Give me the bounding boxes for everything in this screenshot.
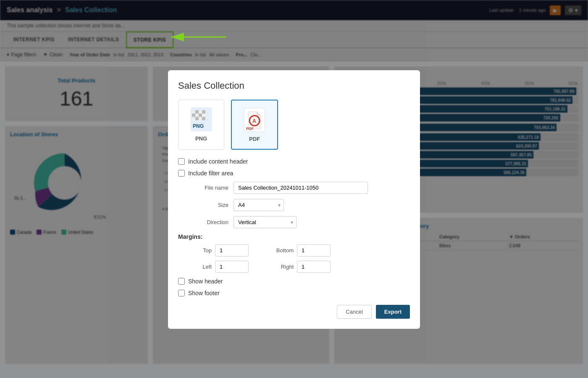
margin-left-field: Left	[191, 261, 268, 273]
png-icon: PNG	[189, 107, 214, 132]
include-filter-area-checkbox[interactable]	[178, 170, 185, 177]
direction-select[interactable]: Vertical Horizontal	[234, 216, 297, 228]
margin-left-label: Left	[191, 264, 212, 270]
include-filter-area-row: Include filter area	[178, 170, 410, 177]
show-footer-label[interactable]: Show footer	[188, 290, 220, 296]
svg-rect-27	[195, 114, 199, 117]
green-arrow-annotation	[159, 24, 243, 50]
pdf-label: PDF	[249, 136, 260, 142]
modal-title: Sales Collection	[178, 80, 410, 91]
svg-text:PNG: PNG	[193, 123, 204, 129]
direction-select-wrapper: Vertical Horizontal	[234, 216, 297, 228]
show-footer-row: Show footer	[178, 290, 410, 296]
format-options: PNG PNG A PDF PDF	[178, 100, 410, 150]
show-header-checkbox[interactable]	[178, 278, 185, 285]
include-content-header-label[interactable]: Include content header	[188, 158, 248, 165]
svg-rect-28	[199, 114, 202, 117]
margin-right-field: Right	[273, 261, 350, 273]
direction-label: Direction	[178, 219, 228, 225]
svg-rect-29	[202, 114, 205, 117]
file-name-input[interactable]	[234, 182, 368, 194]
direction-row: Direction Vertical Horizontal	[178, 216, 410, 228]
margin-left-input[interactable]	[215, 261, 249, 273]
size-label: Size	[178, 202, 228, 208]
size-row: Size A4 A3 Letter Legal	[178, 199, 410, 211]
show-footer-checkbox[interactable]	[178, 290, 185, 296]
format-png[interactable]: PNG PNG	[178, 100, 224, 150]
margins-label: Margins:	[178, 233, 410, 240]
svg-rect-31	[195, 117, 199, 120]
margin-bottom-label: Bottom	[273, 247, 294, 254]
svg-rect-22	[192, 110, 195, 114]
show-header-label[interactable]: Show header	[188, 278, 223, 285]
margin-right-label: Right	[273, 264, 294, 270]
svg-rect-33	[202, 117, 205, 120]
file-name-row: File name	[178, 182, 410, 194]
svg-rect-25	[202, 110, 205, 114]
format-pdf[interactable]: A PDF PDF	[231, 100, 278, 150]
svg-rect-32	[199, 117, 202, 120]
margins-section: Margins: Top Bottom Left Right	[178, 233, 410, 273]
modal-overlay: Export Sales Collection	[0, 0, 588, 369]
margin-bottom-field: Bottom	[273, 244, 350, 256]
include-content-header-row: Include content header	[178, 158, 410, 165]
margin-right-input[interactable]	[297, 261, 331, 273]
include-content-header-checkbox[interactable]	[178, 158, 185, 165]
svg-rect-26	[192, 114, 195, 117]
svg-rect-30	[192, 117, 195, 120]
margin-top-input[interactable]	[215, 244, 249, 256]
svg-text:PDF: PDF	[246, 127, 254, 131]
export-button[interactable]: Export	[376, 305, 410, 319]
margin-top-field: Top	[191, 244, 268, 256]
margins-grid: Top Bottom Left Right	[191, 244, 350, 273]
svg-rect-24	[199, 110, 202, 114]
margin-top-label: Top	[191, 247, 212, 254]
png-label: PNG	[195, 135, 207, 142]
svg-text:A: A	[252, 118, 256, 124]
include-filter-area-label[interactable]: Include filter area	[188, 170, 233, 177]
margin-bottom-input[interactable]	[297, 244, 331, 256]
svg-rect-23	[195, 110, 199, 114]
show-header-row: Show header	[178, 278, 410, 285]
file-name-label: File name	[178, 185, 228, 191]
export-modal: Export Sales Collection	[168, 70, 420, 329]
pdf-icon: A PDF	[242, 107, 267, 132]
modal-footer: Cancel Export	[178, 305, 410, 319]
size-select-wrapper: A4 A3 Letter Legal	[234, 199, 284, 211]
cancel-button[interactable]: Cancel	[337, 305, 371, 319]
size-select[interactable]: A4 A3 Letter Legal	[234, 199, 284, 211]
